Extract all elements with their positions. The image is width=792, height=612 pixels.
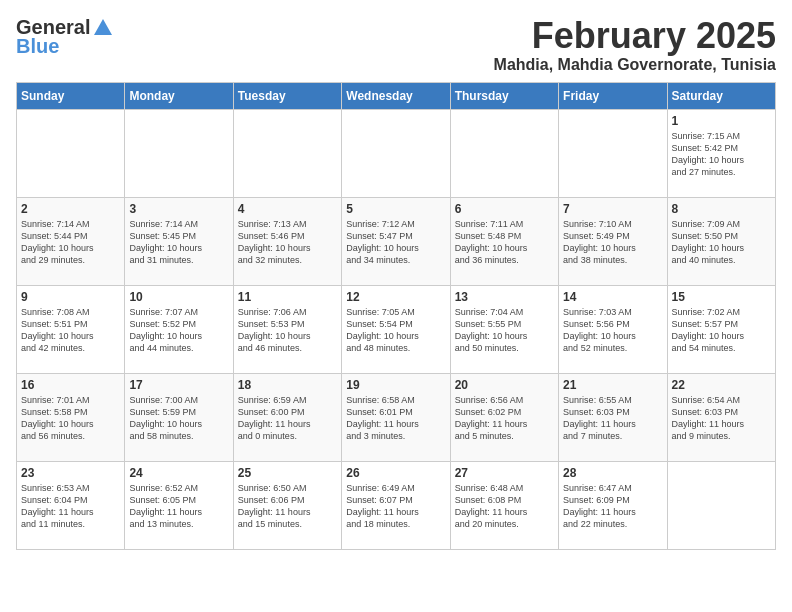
calendar-cell: 26Sunrise: 6:49 AM Sunset: 6:07 PM Dayli… xyxy=(342,461,450,549)
day-header: Sunday xyxy=(17,82,125,109)
calendar-cell: 2Sunrise: 7:14 AM Sunset: 5:44 PM Daylig… xyxy=(17,197,125,285)
day-info: Sunrise: 6:47 AM Sunset: 6:09 PM Dayligh… xyxy=(563,482,662,531)
day-info: Sunrise: 7:08 AM Sunset: 5:51 PM Dayligh… xyxy=(21,306,120,355)
calendar-cell xyxy=(342,109,450,197)
day-number: 28 xyxy=(563,466,662,480)
day-info: Sunrise: 7:11 AM Sunset: 5:48 PM Dayligh… xyxy=(455,218,554,267)
day-info: Sunrise: 7:12 AM Sunset: 5:47 PM Dayligh… xyxy=(346,218,445,267)
calendar-cell: 13Sunrise: 7:04 AM Sunset: 5:55 PM Dayli… xyxy=(450,285,558,373)
calendar-cell xyxy=(125,109,233,197)
calendar-cell: 17Sunrise: 7:00 AM Sunset: 5:59 PM Dayli… xyxy=(125,373,233,461)
day-info: Sunrise: 6:52 AM Sunset: 6:05 PM Dayligh… xyxy=(129,482,228,531)
title-block: February 2025 Mahdia, Mahdia Governorate… xyxy=(494,16,776,74)
day-info: Sunrise: 7:14 AM Sunset: 5:44 PM Dayligh… xyxy=(21,218,120,267)
day-number: 27 xyxy=(455,466,554,480)
calendar-cell: 27Sunrise: 6:48 AM Sunset: 6:08 PM Dayli… xyxy=(450,461,558,549)
day-number: 26 xyxy=(346,466,445,480)
logo: General Blue xyxy=(16,16,114,58)
day-info: Sunrise: 7:00 AM Sunset: 5:59 PM Dayligh… xyxy=(129,394,228,443)
calendar-cell: 18Sunrise: 6:59 AM Sunset: 6:00 PM Dayli… xyxy=(233,373,341,461)
day-header: Friday xyxy=(559,82,667,109)
day-info: Sunrise: 7:13 AM Sunset: 5:46 PM Dayligh… xyxy=(238,218,337,267)
day-number: 19 xyxy=(346,378,445,392)
calendar-cell: 14Sunrise: 7:03 AM Sunset: 5:56 PM Dayli… xyxy=(559,285,667,373)
day-number: 8 xyxy=(672,202,771,216)
day-number: 18 xyxy=(238,378,337,392)
page-header: General Blue February 2025 Mahdia, Mahdi… xyxy=(16,16,776,74)
day-number: 21 xyxy=(563,378,662,392)
day-info: Sunrise: 6:55 AM Sunset: 6:03 PM Dayligh… xyxy=(563,394,662,443)
calendar-cell: 9Sunrise: 7:08 AM Sunset: 5:51 PM Daylig… xyxy=(17,285,125,373)
calendar-cell: 20Sunrise: 6:56 AM Sunset: 6:02 PM Dayli… xyxy=(450,373,558,461)
day-info: Sunrise: 6:59 AM Sunset: 6:00 PM Dayligh… xyxy=(238,394,337,443)
day-number: 10 xyxy=(129,290,228,304)
day-info: Sunrise: 7:04 AM Sunset: 5:55 PM Dayligh… xyxy=(455,306,554,355)
calendar-cell: 1Sunrise: 7:15 AM Sunset: 5:42 PM Daylig… xyxy=(667,109,775,197)
day-info: Sunrise: 7:03 AM Sunset: 5:56 PM Dayligh… xyxy=(563,306,662,355)
day-info: Sunrise: 7:09 AM Sunset: 5:50 PM Dayligh… xyxy=(672,218,771,267)
day-header: Wednesday xyxy=(342,82,450,109)
day-info: Sunrise: 7:10 AM Sunset: 5:49 PM Dayligh… xyxy=(563,218,662,267)
day-info: Sunrise: 7:14 AM Sunset: 5:45 PM Dayligh… xyxy=(129,218,228,267)
day-info: Sunrise: 7:15 AM Sunset: 5:42 PM Dayligh… xyxy=(672,130,771,179)
day-info: Sunrise: 7:05 AM Sunset: 5:54 PM Dayligh… xyxy=(346,306,445,355)
location-subtitle: Mahdia, Mahdia Governorate, Tunisia xyxy=(494,56,776,74)
logo-blue-text: Blue xyxy=(16,35,59,58)
svg-marker-0 xyxy=(94,19,112,35)
day-info: Sunrise: 6:53 AM Sunset: 6:04 PM Dayligh… xyxy=(21,482,120,531)
day-header: Tuesday xyxy=(233,82,341,109)
day-info: Sunrise: 7:06 AM Sunset: 5:53 PM Dayligh… xyxy=(238,306,337,355)
calendar-cell xyxy=(233,109,341,197)
calendar-cell: 24Sunrise: 6:52 AM Sunset: 6:05 PM Dayli… xyxy=(125,461,233,549)
day-number: 6 xyxy=(455,202,554,216)
calendar-cell: 4Sunrise: 7:13 AM Sunset: 5:46 PM Daylig… xyxy=(233,197,341,285)
day-info: Sunrise: 7:07 AM Sunset: 5:52 PM Dayligh… xyxy=(129,306,228,355)
calendar-cell: 12Sunrise: 7:05 AM Sunset: 5:54 PM Dayli… xyxy=(342,285,450,373)
day-number: 25 xyxy=(238,466,337,480)
calendar-table: SundayMondayTuesdayWednesdayThursdayFrid… xyxy=(16,82,776,550)
day-number: 4 xyxy=(238,202,337,216)
day-number: 16 xyxy=(21,378,120,392)
logo-icon xyxy=(92,17,114,39)
day-number: 7 xyxy=(563,202,662,216)
calendar-cell: 25Sunrise: 6:50 AM Sunset: 6:06 PM Dayli… xyxy=(233,461,341,549)
calendar-cell xyxy=(667,461,775,549)
day-number: 1 xyxy=(672,114,771,128)
day-info: Sunrise: 6:56 AM Sunset: 6:02 PM Dayligh… xyxy=(455,394,554,443)
day-number: 24 xyxy=(129,466,228,480)
day-number: 5 xyxy=(346,202,445,216)
day-header: Saturday xyxy=(667,82,775,109)
calendar-cell: 28Sunrise: 6:47 AM Sunset: 6:09 PM Dayli… xyxy=(559,461,667,549)
calendar-cell: 19Sunrise: 6:58 AM Sunset: 6:01 PM Dayli… xyxy=(342,373,450,461)
day-info: Sunrise: 7:02 AM Sunset: 5:57 PM Dayligh… xyxy=(672,306,771,355)
day-info: Sunrise: 6:50 AM Sunset: 6:06 PM Dayligh… xyxy=(238,482,337,531)
day-header: Monday xyxy=(125,82,233,109)
calendar-cell: 22Sunrise: 6:54 AM Sunset: 6:03 PM Dayli… xyxy=(667,373,775,461)
day-number: 17 xyxy=(129,378,228,392)
month-title: February 2025 xyxy=(494,16,776,56)
day-header: Thursday xyxy=(450,82,558,109)
day-number: 12 xyxy=(346,290,445,304)
calendar-cell: 7Sunrise: 7:10 AM Sunset: 5:49 PM Daylig… xyxy=(559,197,667,285)
day-info: Sunrise: 6:49 AM Sunset: 6:07 PM Dayligh… xyxy=(346,482,445,531)
day-number: 20 xyxy=(455,378,554,392)
calendar-cell: 5Sunrise: 7:12 AM Sunset: 5:47 PM Daylig… xyxy=(342,197,450,285)
day-info: Sunrise: 6:48 AM Sunset: 6:08 PM Dayligh… xyxy=(455,482,554,531)
calendar-cell: 23Sunrise: 6:53 AM Sunset: 6:04 PM Dayli… xyxy=(17,461,125,549)
calendar-cell: 15Sunrise: 7:02 AM Sunset: 5:57 PM Dayli… xyxy=(667,285,775,373)
day-number: 13 xyxy=(455,290,554,304)
calendar-cell xyxy=(450,109,558,197)
calendar-cell: 8Sunrise: 7:09 AM Sunset: 5:50 PM Daylig… xyxy=(667,197,775,285)
calendar-cell xyxy=(559,109,667,197)
day-info: Sunrise: 7:01 AM Sunset: 5:58 PM Dayligh… xyxy=(21,394,120,443)
day-info: Sunrise: 6:58 AM Sunset: 6:01 PM Dayligh… xyxy=(346,394,445,443)
day-number: 11 xyxy=(238,290,337,304)
calendar-cell: 16Sunrise: 7:01 AM Sunset: 5:58 PM Dayli… xyxy=(17,373,125,461)
calendar-cell xyxy=(17,109,125,197)
calendar-cell: 3Sunrise: 7:14 AM Sunset: 5:45 PM Daylig… xyxy=(125,197,233,285)
day-number: 22 xyxy=(672,378,771,392)
calendar-cell: 21Sunrise: 6:55 AM Sunset: 6:03 PM Dayli… xyxy=(559,373,667,461)
day-number: 9 xyxy=(21,290,120,304)
calendar-cell: 11Sunrise: 7:06 AM Sunset: 5:53 PM Dayli… xyxy=(233,285,341,373)
day-number: 2 xyxy=(21,202,120,216)
